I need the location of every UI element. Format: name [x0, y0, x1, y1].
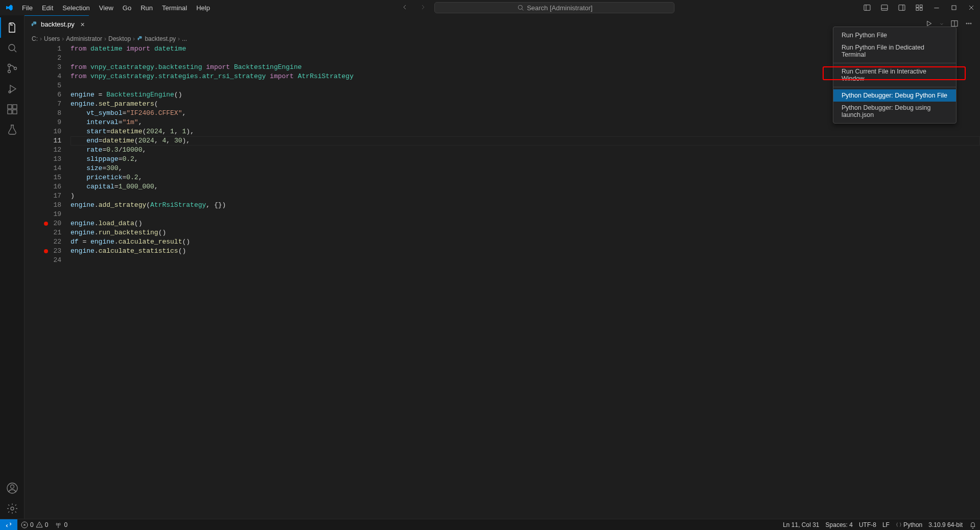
- menu-run[interactable]: Run: [136, 2, 157, 14]
- line-number[interactable]: 13: [25, 155, 71, 164]
- code-line[interactable]: df = engine.calculate_result(): [71, 237, 980, 247]
- code-line[interactable]: engine.add_strategy(AtrRsiStrategy, {}): [71, 201, 980, 210]
- explorer-view-button[interactable]: [0, 17, 25, 38]
- menu-go[interactable]: Go: [119, 2, 135, 14]
- nav-back-button[interactable]: [398, 2, 412, 14]
- extensions-view-button[interactable]: [0, 99, 25, 119]
- toggle-panel-button[interactable]: [876, 0, 893, 15]
- code-line[interactable]: engine.load_data(): [71, 219, 980, 228]
- editor-tab-backtest[interactable]: backtest.py ×: [25, 15, 89, 33]
- line-number[interactable]: 23: [25, 247, 71, 256]
- menu-separator: [833, 87, 956, 87]
- breadcrumb-segment[interactable]: C:: [32, 35, 38, 42]
- code-line[interactable]: capital=1_000_000,: [71, 182, 980, 191]
- svg-point-13: [9, 91, 11, 93]
- search-view-button[interactable]: [0, 38, 25, 58]
- problems-button[interactable]: 0 0: [17, 521, 51, 529]
- menu-item[interactable]: Run Current File in Interactive Window: [833, 65, 956, 85]
- notifications-button[interactable]: [966, 521, 980, 529]
- close-tab-button[interactable]: ×: [81, 20, 85, 29]
- window-close-button[interactable]: [963, 0, 980, 15]
- window-maximize-button[interactable]: [945, 0, 963, 15]
- line-number[interactable]: 20: [25, 219, 71, 228]
- breadcrumb-sep: ›: [62, 35, 64, 42]
- menu-item[interactable]: Run Python File in Dedicated Terminal: [833, 41, 956, 61]
- line-number[interactable]: 8: [25, 109, 71, 118]
- language-mode-button[interactable]: Python: [893, 521, 925, 529]
- interpreter-button[interactable]: 3.10.9 64-bit: [925, 521, 966, 529]
- customize-layout-button[interactable]: [911, 0, 928, 15]
- line-number[interactable]: 6: [25, 90, 71, 100]
- line-number[interactable]: 9: [25, 118, 71, 127]
- line-number[interactable]: 7: [25, 100, 71, 109]
- breadcrumb-segment[interactable]: ...: [182, 35, 187, 42]
- indentation-button[interactable]: Spaces: 4: [823, 521, 856, 529]
- menu-item[interactable]: Run Python File: [833, 29, 956, 41]
- code-line[interactable]: [71, 256, 980, 265]
- window-minimize-button[interactable]: [928, 0, 945, 15]
- code-line[interactable]: size=300,: [71, 164, 980, 173]
- menu-help[interactable]: Help: [192, 2, 214, 14]
- line-number[interactable]: 15: [25, 173, 71, 182]
- accounts-button[interactable]: [0, 478, 25, 498]
- code-line[interactable]: engine.run_backtesting(): [71, 228, 980, 237]
- line-number[interactable]: 10: [25, 127, 71, 136]
- line-number[interactable]: 14: [25, 164, 71, 173]
- menu-file[interactable]: File: [18, 2, 37, 14]
- braces-icon: [896, 522, 902, 528]
- cursor-position[interactable]: Ln 11, Col 31: [780, 521, 822, 529]
- testing-view-button[interactable]: [0, 119, 25, 140]
- run-debug-view-button[interactable]: [0, 79, 25, 99]
- svg-point-11: [8, 70, 10, 73]
- breadcrumb-segment[interactable]: Desktop: [108, 35, 131, 42]
- menu-item[interactable]: Python Debugger: Debug Python File: [833, 89, 956, 102]
- menu-edit[interactable]: Edit: [38, 2, 57, 14]
- line-number[interactable]: 11: [25, 136, 71, 146]
- breadcrumb-segment[interactable]: Administrator: [66, 35, 102, 42]
- ports-button[interactable]: 0: [51, 521, 71, 529]
- line-number[interactable]: 5: [25, 81, 71, 90]
- line-number[interactable]: 17: [25, 191, 71, 201]
- nav-forward-button[interactable]: [416, 2, 430, 14]
- title-center: Search [Administrator]: [214, 2, 858, 14]
- more-actions-button[interactable]: [963, 17, 975, 31]
- breadcrumb-sep: ›: [104, 35, 106, 42]
- settings-button[interactable]: [0, 498, 25, 519]
- encoding-button[interactable]: UTF-8: [856, 521, 879, 529]
- code-line[interactable]: pricetick=0.2,: [71, 173, 980, 182]
- menu-selection[interactable]: Selection: [58, 2, 94, 14]
- line-number[interactable]: 4: [25, 72, 71, 81]
- code-line[interactable]: start=datetime(2024, 1, 1),: [71, 127, 980, 136]
- toggle-secondary-sidebar-button[interactable]: [893, 0, 911, 15]
- remote-button[interactable]: [0, 519, 17, 531]
- breadcrumb-segment[interactable]: Users: [44, 35, 60, 42]
- line-number[interactable]: 19: [25, 210, 71, 219]
- line-number[interactable]: 22: [25, 237, 71, 247]
- code-line[interactable]: ): [71, 191, 980, 201]
- code-line[interactable]: rate=0.3/10000,: [71, 146, 980, 155]
- line-number[interactable]: 21: [25, 228, 71, 237]
- line-number[interactable]: 2: [25, 54, 71, 63]
- menu-item[interactable]: Python Debugger: Debug using launch.json: [833, 102, 956, 121]
- source-control-view-button[interactable]: [0, 58, 25, 79]
- line-number[interactable]: 18: [25, 201, 71, 210]
- svg-rect-16: [8, 110, 12, 114]
- command-center-search[interactable]: Search [Administrator]: [434, 2, 674, 13]
- breadcrumb-segment[interactable]: backtest.py: [137, 35, 176, 42]
- line-number[interactable]: 3: [25, 63, 71, 72]
- line-number[interactable]: 24: [25, 256, 71, 265]
- breadcrumb-sep: ›: [178, 35, 180, 42]
- app-logo: [0, 4, 18, 12]
- code-line[interactable]: end=datetime(2024, 4, 30),: [71, 136, 980, 146]
- code-line[interactable]: [71, 210, 980, 219]
- code-line[interactable]: slippage=0.2,: [71, 155, 980, 164]
- line-gutter[interactable]: 123456789101112131415161718192021222324: [25, 44, 71, 265]
- toggle-primary-sidebar-button[interactable]: [858, 0, 876, 15]
- menu-view[interactable]: View: [95, 2, 118, 14]
- eol-button[interactable]: LF: [879, 521, 893, 529]
- code-line[interactable]: engine.calculate_statistics(): [71, 247, 980, 256]
- line-number[interactable]: 1: [25, 44, 71, 54]
- line-number[interactable]: 16: [25, 182, 71, 191]
- line-number[interactable]: 12: [25, 146, 71, 155]
- menu-terminal[interactable]: Terminal: [158, 2, 191, 14]
